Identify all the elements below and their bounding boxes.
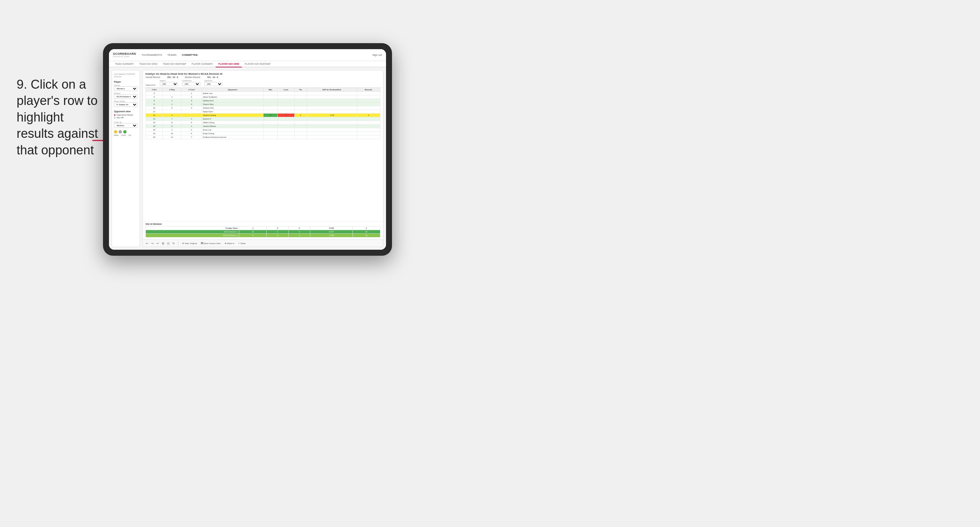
main-content: Last Updated: 27/03/2024 16:55:28 Player… bbox=[109, 67, 386, 250]
grid-records: Overall Record: 353 - 34 - 6 Division Re… bbox=[145, 76, 380, 78]
colour-level bbox=[119, 130, 122, 133]
copy-button[interactable]: ⊞ bbox=[161, 242, 165, 245]
colour-down bbox=[114, 130, 117, 133]
forward-button[interactable]: ↩ bbox=[156, 242, 159, 245]
bottom-toolbar: ↩ ↪ ↩ ⊞ ⊡ ↻ 👁 View: Original 💾 Save Cust… bbox=[143, 240, 383, 247]
data-table-container: # Div # Reg # Conf Opponent Win Loss Tie… bbox=[143, 88, 383, 221]
table-row[interactable]: 19106 Emily Chang bbox=[146, 132, 380, 135]
ood-row[interactable]: NCAA Division 2 5 0 0 7.400 10 bbox=[146, 234, 380, 237]
table-row[interactable]: 20117 Federica Domecq Lacroze bbox=[146, 135, 380, 139]
region-select[interactable]: (All) bbox=[160, 82, 178, 86]
ood-table: Foreign Team 1 0 0 4.500 2 NAIA Division… bbox=[145, 226, 380, 237]
table-row-highlighted[interactable]: 131 Jessica Huang 0 1 0 -3.00 2 bbox=[146, 114, 380, 117]
table-header: # Div # Reg # Conf Opponent Win Loss Tie… bbox=[146, 88, 380, 92]
col-rounds: Rounds bbox=[357, 88, 380, 92]
tab-player-h2h-grid[interactable]: PLAYER H2H GRID bbox=[216, 61, 242, 67]
table-row[interactable]: 914 Sharon Mun bbox=[146, 103, 380, 106]
sign-out-link[interactable]: Sign out bbox=[372, 54, 382, 56]
overall-record-value: 353 - 34 - 6 bbox=[167, 76, 178, 78]
left-panel: Last Updated: 27/03/2024 16:55:28 Player… bbox=[111, 70, 140, 247]
table-row[interactable]: 1822 Euna Lee bbox=[146, 128, 380, 132]
division-record-value: 331 - 34 - 6 bbox=[207, 76, 218, 78]
ood-row[interactable]: NAIA Division 1 15 0 0 9.267 30 bbox=[146, 230, 380, 234]
colour-up bbox=[123, 130, 127, 133]
opponents-label: Opponents: bbox=[145, 84, 156, 86]
nav-bar: SCOREBOARD Powered by clippd TOURNAMENTS… bbox=[109, 49, 386, 61]
share-button[interactable]: ⇧ Share bbox=[237, 242, 247, 245]
watch-icon: 👁 bbox=[224, 243, 227, 244]
col-reg: # Reg bbox=[163, 88, 181, 92]
table-row[interactable]: 613 Sydney Kuo bbox=[146, 99, 380, 103]
filters-row: Opponents: Region (All) Conference (All) bbox=[145, 80, 380, 86]
tab-player-h2h-heatmap[interactable]: PLAYER H2H HEATMAP bbox=[242, 61, 273, 67]
ood-row[interactable]: Foreign Team 1 0 0 4.500 2 bbox=[146, 227, 380, 230]
conference-select[interactable]: (All) bbox=[182, 82, 200, 86]
table-row[interactable]: 1474 Eunice Yi bbox=[146, 117, 380, 121]
player-section-title: Player bbox=[114, 81, 138, 83]
logo: SCOREBOARD Powered by clippd bbox=[113, 52, 136, 57]
view-original-button[interactable]: 👁 View: Original bbox=[181, 242, 198, 245]
table-row[interactable]: 1063 Andrea York bbox=[146, 106, 380, 110]
save-icon: 💾 bbox=[201, 243, 203, 244]
watch-button[interactable]: 👁 Watch ▾ bbox=[224, 242, 235, 245]
tablet-frame: SCOREBOARD Powered by clippd TOURNAMENTS… bbox=[103, 43, 392, 256]
undo-button[interactable]: ↩ bbox=[145, 242, 149, 245]
conference-filter-group: Conference (All) bbox=[182, 80, 200, 86]
save-custom-button[interactable]: 💾 Save Custom View bbox=[200, 242, 221, 245]
nav-committee[interactable]: COMMITTEE bbox=[182, 52, 198, 58]
col-div: # Div bbox=[146, 88, 163, 92]
separator bbox=[178, 241, 178, 245]
data-table: # Div # Reg # Conf Opponent Win Loss Tie… bbox=[145, 88, 380, 139]
instruction-step: 9. bbox=[17, 77, 27, 91]
nav-teams[interactable]: TEAMS bbox=[167, 52, 177, 58]
table-body: 31 Esther Lee 522 Alexis Sudjianto 613 bbox=[146, 92, 380, 139]
opponent-select[interactable]: (All) bbox=[204, 82, 223, 86]
redo-button[interactable]: ↪ bbox=[151, 242, 154, 245]
tablet-screen: SCOREBOARD Powered by clippd TOURNAMENTS… bbox=[109, 49, 386, 250]
nav-links: TOURNAMENTS TEAMS COMMITTEE bbox=[142, 52, 372, 58]
last-updated: Last Updated: 27/03/2024 16:55:28 bbox=[114, 73, 138, 78]
opponent-filter-group: Opponent (All) bbox=[204, 80, 223, 86]
grid-header: Katelyn Vo Head-to-Head Grid for Women's… bbox=[143, 70, 383, 88]
table-row[interactable]: 1691 Jessica Mason bbox=[146, 125, 380, 128]
opponent-view-title: Opponent view bbox=[114, 110, 138, 113]
grid-title: Katelyn Vo Head-to-Head Grid for Women's… bbox=[145, 72, 380, 75]
sub-nav: TEAM SUMMARY TEAM H2H GRID TEAM H2H HEAT… bbox=[109, 61, 386, 67]
division-select[interactable]: NCAA Division III bbox=[114, 94, 138, 99]
out-of-division-title: Out of division bbox=[145, 223, 380, 225]
player-rank-select[interactable]: 8. Katelyn Vo bbox=[114, 102, 138, 107]
table-row[interactable]: 11 Hyejo Hyun bbox=[146, 110, 380, 114]
tab-team-summary[interactable]: TEAM SUMMARY bbox=[112, 61, 137, 67]
radio-dot-played bbox=[114, 114, 116, 116]
tab-team-h2h-grid[interactable]: TEAM H2H GRID bbox=[137, 61, 160, 67]
tab-player-summary[interactable]: PLAYER SUMMARY bbox=[189, 61, 216, 67]
right-panel: Katelyn Vo Head-to-Head Grid for Women's… bbox=[143, 70, 383, 247]
gender-select[interactable]: Women's bbox=[114, 86, 138, 91]
table-row[interactable]: 522 Alexis Sudjianto bbox=[146, 95, 380, 99]
col-loss: Loss bbox=[278, 88, 294, 92]
overall-record-label: Overall Record: bbox=[145, 76, 161, 78]
table-row[interactable]: 31 Esther Lee bbox=[146, 92, 380, 95]
region-filter-group: Region (All) bbox=[160, 80, 178, 86]
opponent-view-section: Opponent view Opponents Played Top 100 bbox=[114, 110, 138, 119]
out-of-division-section: Out of division Foreign Team 1 0 0 4.500… bbox=[143, 221, 383, 240]
radio-opponents-played[interactable]: Opponents Played bbox=[114, 114, 138, 116]
radio-dot-top100 bbox=[114, 117, 116, 119]
paste-button[interactable]: ⊡ bbox=[167, 242, 170, 245]
division-record-label: Division Record: bbox=[185, 76, 200, 78]
share-icon: ⇧ bbox=[238, 243, 240, 244]
radio-top-100[interactable]: Top 100 bbox=[114, 117, 138, 119]
colour-section: Colour by Win/loss Down Level Up bbox=[114, 121, 138, 136]
colour-by-select[interactable]: Win/loss bbox=[114, 123, 138, 128]
region-label: Region bbox=[160, 80, 178, 82]
refresh-button[interactable]: ↻ bbox=[172, 242, 175, 245]
colour-labels: Down Level Up bbox=[114, 134, 138, 136]
instruction-body: Click on a player's row to highlight res… bbox=[17, 77, 98, 157]
tab-team-h2h-heatmap[interactable]: TEAM H2H HEATMAP bbox=[160, 61, 189, 67]
nav-tournaments[interactable]: TOURNAMENTS bbox=[142, 52, 162, 58]
table-row[interactable]: 1585 Stella Chang bbox=[146, 121, 380, 125]
opponent-filter-label: Opponent bbox=[204, 80, 223, 82]
colour-circles bbox=[114, 130, 138, 133]
col-diff: Diff Av Strokes/Rnd bbox=[307, 88, 357, 92]
col-tie: Tie bbox=[294, 88, 307, 92]
